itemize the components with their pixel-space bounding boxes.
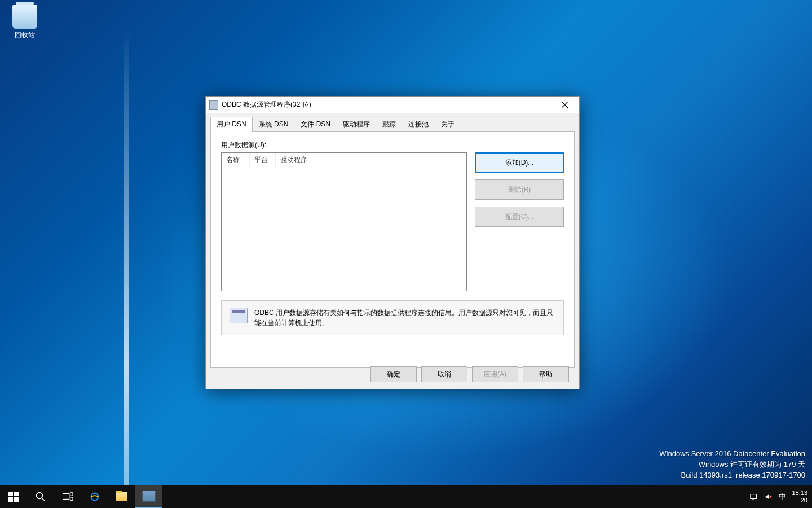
taskbar: 中 18:13 20: [0, 485, 812, 508]
taskbar-ie-button[interactable]: [81, 485, 108, 508]
tray-volume-icon[interactable]: [764, 492, 773, 501]
tab-strip: 用户 DSN 系统 DSN 文件 DSN 驱动程序 跟踪 连接池 关于: [206, 113, 579, 132]
svg-rect-7: [70, 493, 73, 496]
tab-system-dsn[interactable]: 系统 DSN: [253, 117, 295, 132]
col-header-name[interactable]: 名称: [222, 153, 250, 167]
tray-ime-indicator[interactable]: 中: [779, 492, 786, 502]
dialog-title: ODBC 数据源管理程序(32 位): [222, 100, 553, 110]
help-button[interactable]: 帮助: [523, 366, 569, 382]
odbc-taskbar-icon: [142, 491, 156, 502]
info-box: ODBC 用户数据源存储有关如何与指示的数据提供程序连接的信息。用户数据源只对您…: [221, 300, 564, 335]
search-icon: [36, 492, 46, 502]
user-dsn-listbox[interactable]: 名称 平台 驱动程序: [221, 152, 467, 291]
taskbar-explorer-button[interactable]: [108, 485, 135, 508]
task-view-icon: [63, 492, 73, 502]
taskbar-odbc-button[interactable]: [135, 485, 162, 508]
ie-icon: [90, 492, 100, 502]
dialog-footer-buttons: 确定 取消 应用(A) 帮助: [370, 366, 569, 382]
recycle-bin-label: 回收站: [8, 30, 42, 40]
svg-point-4: [37, 493, 43, 499]
svg-rect-3: [14, 497, 19, 502]
list-header-row: 名称 平台 驱动程序: [222, 153, 466, 167]
svg-rect-8: [70, 497, 73, 500]
cancel-button[interactable]: 取消: [421, 366, 467, 382]
search-button[interactable]: [27, 485, 54, 508]
odbc-admin-dialog: ODBC 数据源管理程序(32 位) 用户 DSN 系统 DSN 文件 DSN …: [205, 96, 580, 389]
svg-rect-11: [753, 499, 755, 500]
desktop-icon-recycle-bin[interactable]: 回收站: [8, 5, 42, 40]
dialog-titlebar[interactable]: ODBC 数据源管理程序(32 位): [206, 97, 579, 113]
tray-clock[interactable]: 18:13 20: [792, 489, 807, 503]
svg-line-5: [42, 498, 46, 502]
tab-file-dsn[interactable]: 文件 DSN: [294, 117, 337, 132]
ok-button[interactable]: 确定: [370, 366, 417, 382]
tab-panel-user-dsn: 用户数据源(U): 名称 平台 驱动程序 添加(D)... 删除(R) 配置(C…: [210, 131, 575, 368]
task-view-button[interactable]: [54, 485, 81, 508]
tray-network-icon[interactable]: [749, 492, 758, 501]
col-header-platform[interactable]: 平台: [250, 153, 276, 167]
windows-logo-icon: [8, 492, 19, 502]
svg-rect-6: [63, 494, 69, 500]
odbc-app-icon: [209, 100, 218, 110]
database-icon: [230, 308, 248, 323]
tab-pooling[interactable]: 连接池: [402, 117, 435, 132]
svg-rect-2: [8, 497, 13, 502]
svg-rect-10: [751, 494, 757, 499]
col-header-driver[interactable]: 驱动程序: [276, 153, 466, 167]
configure-button: 配置(C)...: [475, 207, 564, 227]
apply-button: 应用(A): [472, 366, 518, 382]
tab-about[interactable]: 关于: [435, 117, 461, 132]
datasource-list-label: 用户数据源(U):: [221, 141, 564, 150]
info-text: ODBC 用户数据源存储有关如何与指示的数据提供程序连接的信息。用户数据源只对您…: [254, 308, 555, 328]
close-button[interactable]: [553, 97, 576, 113]
folder-icon: [116, 492, 127, 501]
tab-tracing[interactable]: 跟踪: [376, 117, 402, 132]
recycle-bin-icon: [12, 5, 37, 29]
os-watermark: Windows Server 2016 Datacenter Evaluatio…: [659, 449, 805, 481]
close-icon: [562, 102, 568, 108]
svg-rect-0: [8, 492, 13, 496]
tab-user-dsn[interactable]: 用户 DSN: [210, 117, 253, 132]
svg-rect-1: [14, 492, 19, 496]
system-tray: 中 18:13 20: [749, 485, 812, 508]
remove-button: 删除(R): [475, 179, 564, 200]
start-button[interactable]: [0, 485, 27, 508]
tab-drivers[interactable]: 驱动程序: [337, 117, 376, 132]
add-button[interactable]: 添加(D)...: [475, 152, 564, 173]
